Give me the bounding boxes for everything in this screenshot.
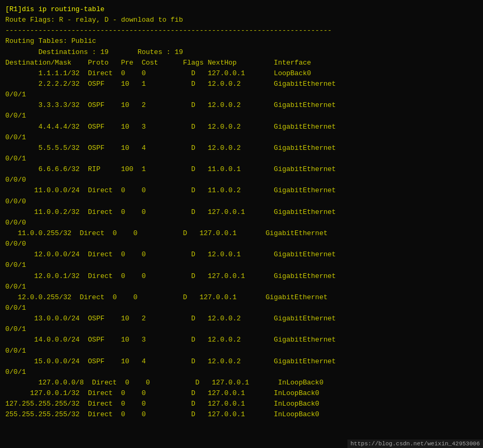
- terminal-line: 0/0/0: [5, 196, 478, 207]
- terminal-line: 4.4.4.4/32 OSPF 10 3 D 12.0.0.2 GigabitE…: [5, 122, 478, 132]
- terminal-line: 127.0.0.0/8 Direct 0 0 D 127.0.0.1 InLoo…: [5, 378, 478, 388]
- terminal-line: 0/0/1: [5, 367, 478, 378]
- terminal-line: Routing Tables: Public: [5, 36, 478, 47]
- terminal-line: 0/0/1: [5, 303, 478, 313]
- terminal-line: Route Flags: R - relay, D - download to …: [5, 15, 478, 25]
- terminal-line: 0/0/1: [5, 89, 478, 100]
- terminal-line: 127.255.255.255/32 Direct 0 0 D 127.0.0.…: [5, 399, 478, 409]
- terminal-line: 0/0/1: [5, 346, 478, 356]
- terminal-line: 12.0.0.0/24 Direct 0 0 D 12.0.0.1 Gigabi…: [5, 249, 478, 260]
- terminal-line: Destination/Mask Proto Pre Cost Flags Ne…: [5, 58, 478, 68]
- terminal-line: 0/0/1: [5, 260, 478, 271]
- terminal-line: 0/0/1: [5, 111, 478, 121]
- footer-url: https://blog.csdn.net/weixin_42953006: [347, 440, 483, 448]
- terminal-line: Destinations : 19 Routes : 19: [5, 47, 478, 58]
- terminal-line: 14.0.0.0/24 OSPF 10 3 D 12.0.0.2 Gigabit…: [5, 335, 478, 345]
- terminal-line: 5.5.5.5/32 OSPF 10 4 D 12.0.0.2 GigabitE…: [5, 143, 478, 154]
- terminal-line: 127.0.0.1/32 Direct 0 0 D 127.0.0.1 InLo…: [5, 388, 478, 399]
- terminal-line: 0/0/1: [5, 154, 478, 164]
- terminal-line: [R1]dis ip routing-table: [5, 4, 478, 15]
- terminal-line: 0/0/1: [5, 132, 478, 143]
- terminal-line: 6.6.6.6/32 RIP 100 1 D 11.0.0.1 GigabitE…: [5, 164, 478, 175]
- terminal-line: 11.0.0.2/32 Direct 0 0 D 127.0.0.1 Gigab…: [5, 207, 478, 218]
- terminal-line: ----------------------------------------…: [5, 25, 478, 36]
- terminal-line: 0/0/0: [5, 239, 478, 249]
- terminal-line: 3.3.3.3/32 OSPF 10 2 D 12.0.0.2 GigabitE…: [5, 100, 478, 111]
- terminal-line: 0/0/0: [5, 218, 478, 228]
- terminal-line: 0/0/1: [5, 324, 478, 335]
- terminal-line: 2.2.2.2/32 OSPF 10 1 D 12.0.0.2 GigabitE…: [5, 79, 478, 89]
- terminal-line: 13.0.0.0/24 OSPF 10 2 D 12.0.0.2 Gigabit…: [5, 313, 478, 324]
- terminal-line: 0/0/0: [5, 175, 478, 185]
- terminal-line: 11.0.0.255/32 Direct 0 0 D 127.0.0.1 Gig…: [5, 228, 478, 239]
- terminal-line: 1.1.1.1/32 Direct 0 0 D 127.0.0.1 LoopBa…: [5, 68, 478, 79]
- terminal-line: 12.0.0.1/32 Direct 0 0 D 127.0.0.1 Gigab…: [5, 271, 478, 282]
- terminal-window: [R1]dis ip routing-tableRoute Flags: R -…: [5, 4, 478, 420]
- terminal-line: 15.0.0.0/24 OSPF 10 4 D 12.0.0.2 Gigabit…: [5, 356, 478, 367]
- terminal-line: 12.0.0.255/32 Direct 0 0 D 127.0.0.1 Gig…: [5, 292, 478, 303]
- terminal-line: 11.0.0.0/24 Direct 0 0 D 11.0.0.2 Gigabi…: [5, 185, 478, 196]
- terminal-line: 255.255.255.255/32 Direct 0 0 D 127.0.0.…: [5, 409, 478, 420]
- terminal-line: 0/0/1: [5, 282, 478, 292]
